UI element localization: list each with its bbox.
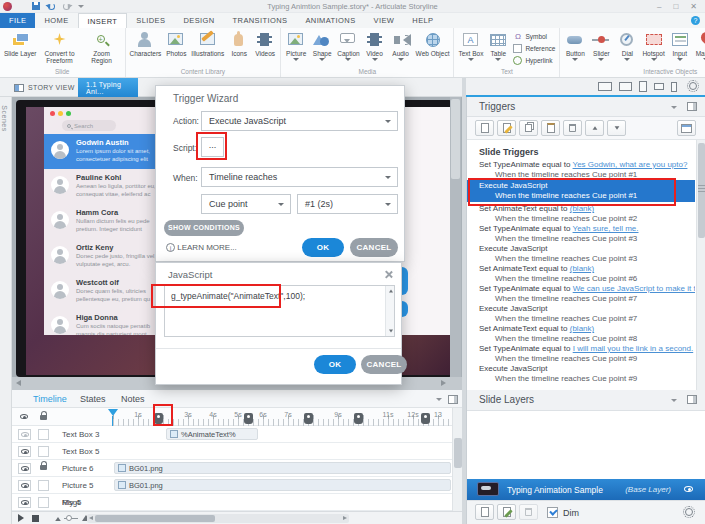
script-ellipsis-button[interactable]: ... bbox=[201, 137, 224, 157]
cancel-button[interactable]: CANCEL bbox=[350, 238, 398, 257]
row-checkbox[interactable] bbox=[38, 446, 49, 457]
edit-layer-button[interactable] bbox=[497, 504, 516, 520]
tab-home[interactable]: HOME bbox=[35, 13, 77, 28]
tab-story-view[interactable]: STORY VIEW bbox=[6, 78, 83, 97]
timeline-object-bg01[interactable]: BG01.png bbox=[114, 462, 451, 474]
trigger-item-4[interactable]: Set TypeAnimate equal to Yeah sure, tell… bbox=[467, 224, 695, 244]
panel-dock-icon[interactable] bbox=[687, 102, 697, 111]
textarea-scrollbar[interactable] bbox=[385, 286, 394, 336]
trigger-item-9[interactable]: Set AnimateText equal to (blank) When th… bbox=[467, 324, 695, 344]
search-input[interactable]: Search bbox=[62, 120, 116, 131]
eye-column-icon[interactable] bbox=[20, 414, 28, 419]
move-trigger-down-button[interactable] bbox=[607, 120, 626, 136]
hotspot-button[interactable]: Hotspot bbox=[640, 28, 666, 61]
trigger-item-11[interactable]: Execute JavaScript When the timeline rea… bbox=[467, 364, 695, 384]
illustrations-button[interactable]: Illustrations bbox=[189, 28, 226, 57]
zoom-slider-knob[interactable] bbox=[66, 515, 72, 521]
row-checkbox[interactable] bbox=[38, 497, 49, 508]
tab-notes[interactable]: Notes bbox=[115, 390, 151, 408]
hyperlink-button[interactable]: Hyperlink bbox=[513, 56, 555, 65]
delete-layer-button[interactable] bbox=[519, 504, 538, 520]
scroll-right-icon[interactable] bbox=[441, 380, 446, 386]
symbol-button[interactable]: ΩSymbol bbox=[513, 32, 555, 41]
scroll-left-icon[interactable] bbox=[16, 380, 21, 386]
preview-settings-gear-icon[interactable] bbox=[689, 82, 697, 90]
tab-states[interactable]: States bbox=[74, 390, 112, 408]
web-object-button[interactable]: Web Object bbox=[414, 28, 452, 57]
trigger-item-5[interactable]: Execute JavaScript When the timeline rea… bbox=[467, 244, 695, 264]
phone-portrait-icon[interactable] bbox=[671, 82, 677, 92]
cue-type-dropdown[interactable]: Cue point bbox=[201, 194, 291, 214]
table-button[interactable]: Table bbox=[485, 28, 511, 61]
panel-menu-caret-icon[interactable] bbox=[436, 398, 442, 401]
ok-button[interactable]: OK bbox=[302, 238, 344, 257]
video-button[interactable]: Video bbox=[362, 28, 388, 61]
trigger-item-2-selected[interactable]: Execute JavaScript When the timeline rea… bbox=[467, 180, 695, 202]
tab-timeline[interactable]: Timeline bbox=[27, 390, 73, 408]
visibility-toggle[interactable] bbox=[18, 463, 31, 474]
maximize-button[interactable]: □ bbox=[673, 2, 678, 11]
manage-variables-button[interactable] bbox=[677, 120, 696, 136]
dim-checkbox[interactable] bbox=[547, 507, 558, 518]
reference-button[interactable]: Reference bbox=[513, 44, 555, 53]
timeline-row-textbox5[interactable]: Text Box 5 bbox=[12, 443, 452, 460]
input-button[interactable]: Input bbox=[667, 28, 693, 61]
timeline-row-picture5[interactable]: Picture 5 BG01.png bbox=[12, 477, 452, 494]
panel-menu-caret-icon[interactable] bbox=[671, 399, 677, 402]
button-button[interactable]: Button bbox=[562, 28, 588, 61]
cue-point-dropdown[interactable]: #1 (2s) bbox=[297, 194, 398, 214]
visibility-toggle[interactable] bbox=[18, 446, 31, 457]
trigger-item-8[interactable]: Execute JavaScript When the timeline rea… bbox=[467, 304, 695, 324]
scenes-collapsed-panel[interactable]: Scenes bbox=[0, 97, 12, 524]
tab-view[interactable]: VIEW bbox=[365, 13, 404, 28]
monitor-landscape-icon[interactable] bbox=[619, 82, 632, 91]
minimize-button[interactable]: – bbox=[657, 2, 661, 11]
javascript-code-textarea[interactable]: g_typeAnimate("AnimateText",100); bbox=[164, 285, 395, 337]
close-icon[interactable] bbox=[384, 270, 392, 278]
cue-point-marker-2[interactable] bbox=[244, 413, 253, 424]
caption-button[interactable]: Caption bbox=[335, 28, 361, 61]
scroll-up-icon[interactable] bbox=[389, 290, 393, 293]
shape-button[interactable]: Shape bbox=[309, 28, 335, 61]
layer-visibility-icon[interactable] bbox=[684, 486, 693, 492]
photos-button[interactable]: Photos bbox=[163, 28, 189, 57]
marker-button[interactable]: Marker bbox=[693, 28, 705, 61]
timeline-row-picture6[interactable]: Picture 6 BG01.png bbox=[12, 460, 452, 477]
trigger-item-6[interactable]: Set AnimateText equal to (blank) When th… bbox=[467, 264, 695, 284]
phone-landscape-icon[interactable] bbox=[654, 83, 664, 90]
icons-button[interactable]: Icons bbox=[226, 28, 252, 57]
close-button[interactable]: ✕ bbox=[690, 2, 697, 11]
cancel-button[interactable]: CANCEL bbox=[361, 355, 407, 374]
delete-trigger-button[interactable] bbox=[563, 120, 582, 136]
videos-button[interactable]: Videos bbox=[252, 28, 278, 57]
slide-layer-button[interactable]: Slide Layer bbox=[2, 28, 39, 57]
tab-help[interactable]: HELP bbox=[403, 13, 442, 28]
help-icon[interactable]: ? bbox=[691, 16, 700, 25]
cue-point-marker-4[interactable] bbox=[354, 413, 363, 424]
stop-icon[interactable] bbox=[32, 515, 39, 522]
slider-button[interactable]: Slider bbox=[588, 28, 614, 61]
new-trigger-button[interactable] bbox=[475, 120, 494, 136]
play-icon[interactable] bbox=[18, 514, 24, 522]
row-checkbox[interactable] bbox=[38, 480, 49, 491]
laptop-icon[interactable] bbox=[598, 82, 612, 91]
tab-transitions[interactable]: TRANSITIONS bbox=[224, 13, 297, 28]
tablet-portrait-icon[interactable] bbox=[639, 81, 647, 92]
panel-menu-caret-icon[interactable] bbox=[671, 106, 677, 109]
timeline-object-bg01[interactable]: BG01.png bbox=[114, 479, 451, 491]
dial-button[interactable]: Dial bbox=[614, 28, 640, 61]
trigger-item-1[interactable]: Set TypeAnimate equal to Yes Godwin, wha… bbox=[467, 160, 695, 180]
row-checkbox[interactable] bbox=[38, 429, 49, 440]
tab-slides[interactable]: SLIDES bbox=[127, 13, 174, 28]
paste-trigger-button[interactable] bbox=[541, 120, 560, 136]
trigger-item-3[interactable]: Set AnimateText equal to (blank) When th… bbox=[467, 204, 695, 224]
panel-dock-icon[interactable] bbox=[448, 395, 458, 404]
cue-point-marker-3[interactable] bbox=[304, 413, 313, 424]
lock-column-icon[interactable] bbox=[40, 415, 47, 420]
characters-button[interactable]: Characters bbox=[128, 28, 164, 57]
learn-more-link[interactable]: i LEARN MORE... bbox=[166, 243, 237, 252]
when-dropdown[interactable]: Timeline reaches bbox=[201, 167, 398, 187]
show-conditions-button[interactable]: SHOW CONDITIONS bbox=[164, 220, 244, 236]
tab-design[interactable]: DESIGN bbox=[174, 13, 223, 28]
scroll-down-icon[interactable] bbox=[389, 330, 393, 333]
